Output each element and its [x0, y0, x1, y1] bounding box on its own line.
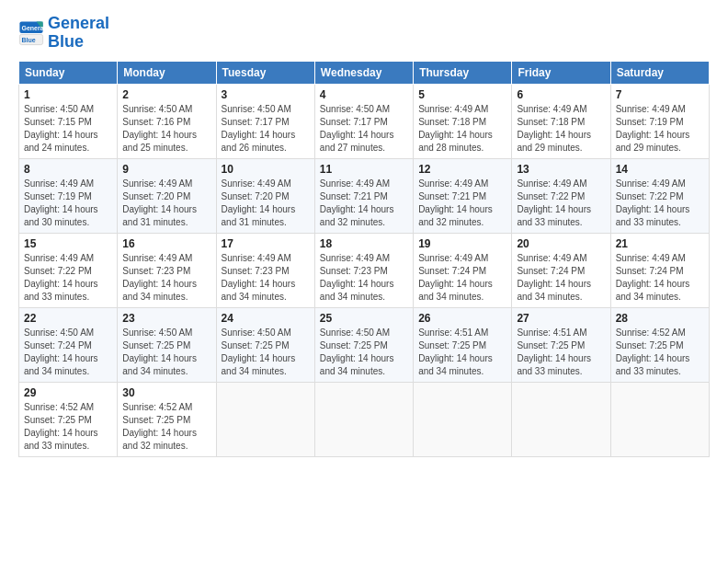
day-info: Sunrise: 4:50 AMSunset: 7:17 PMDaylight:… [222, 103, 310, 155]
day-info: Sunrise: 4:50 AMSunset: 7:25 PMDaylight:… [320, 327, 408, 378]
week-row-1: 1Sunrise: 4:50 AMSunset: 7:15 PMDaylight… [19, 84, 710, 158]
day-number: 19 [418, 237, 506, 250]
day-number: 20 [517, 237, 605, 250]
week-row-3: 15Sunrise: 4:49 AMSunset: 7:22 PMDayligh… [19, 233, 710, 307]
day-cell: 8Sunrise: 4:49 AMSunset: 7:19 PMDaylight… [19, 158, 118, 233]
calendar-table: SundayMondayTuesdayWednesdayThursdayFrid… [18, 61, 710, 457]
weekday-saturday: Saturday [610, 61, 709, 84]
day-cell: 16Sunrise: 4:49 AMSunset: 7:23 PMDayligh… [118, 233, 216, 307]
day-cell: 28Sunrise: 4:52 AMSunset: 7:25 PMDayligh… [610, 307, 709, 382]
day-info: Sunrise: 4:49 AMSunset: 7:18 PMDaylight:… [418, 103, 506, 155]
day-cell: 5Sunrise: 4:49 AMSunset: 7:18 PMDaylight… [414, 84, 512, 158]
day-number: 30 [122, 386, 210, 399]
day-number: 2 [122, 88, 210, 101]
day-cell: 29Sunrise: 4:52 AMSunset: 7:25 PMDayligh… [19, 382, 118, 456]
day-number: 18 [320, 237, 408, 250]
header: General Blue General Blue [18, 15, 710, 52]
day-info: Sunrise: 4:51 AMSunset: 7:25 PMDaylight:… [418, 327, 506, 378]
day-number: 26 [418, 312, 506, 325]
day-number: 29 [24, 386, 112, 399]
day-number: 27 [517, 312, 605, 325]
day-cell: 6Sunrise: 4:49 AMSunset: 7:18 PMDaylight… [512, 84, 610, 158]
day-cell: 14Sunrise: 4:49 AMSunset: 7:22 PMDayligh… [610, 158, 709, 233]
weekday-thursday: Thursday [414, 61, 512, 84]
day-info: Sunrise: 4:49 AMSunset: 7:20 PMDaylight:… [222, 178, 310, 229]
day-number: 7 [616, 88, 704, 101]
day-cell: 26Sunrise: 4:51 AMSunset: 7:25 PMDayligh… [414, 307, 512, 382]
day-number: 22 [24, 312, 112, 325]
day-number: 23 [122, 312, 210, 325]
day-cell: 18Sunrise: 4:49 AMSunset: 7:23 PMDayligh… [314, 233, 413, 307]
day-cell [414, 382, 512, 456]
day-cell: 25Sunrise: 4:50 AMSunset: 7:25 PMDayligh… [314, 307, 413, 382]
day-info: Sunrise: 4:49 AMSunset: 7:21 PMDaylight:… [418, 178, 506, 229]
day-number: 1 [24, 88, 112, 101]
day-info: Sunrise: 4:49 AMSunset: 7:23 PMDaylight:… [122, 252, 210, 304]
day-number: 3 [222, 88, 310, 101]
day-cell: 17Sunrise: 4:49 AMSunset: 7:23 PMDayligh… [216, 233, 314, 307]
day-info: Sunrise: 4:49 AMSunset: 7:22 PMDaylight:… [616, 178, 704, 229]
day-number: 15 [24, 237, 112, 250]
day-cell: 23Sunrise: 4:50 AMSunset: 7:25 PMDayligh… [118, 307, 216, 382]
day-cell: 15Sunrise: 4:49 AMSunset: 7:22 PMDayligh… [19, 233, 118, 307]
svg-text:Blue: Blue [22, 37, 36, 43]
day-info: Sunrise: 4:50 AMSunset: 7:25 PMDaylight:… [222, 327, 310, 378]
day-number: 28 [616, 312, 704, 325]
day-cell: 30Sunrise: 4:52 AMSunset: 7:25 PMDayligh… [118, 382, 216, 456]
weekday-monday: Monday [118, 61, 216, 84]
day-number: 24 [222, 312, 310, 325]
day-cell: 20Sunrise: 4:49 AMSunset: 7:24 PMDayligh… [512, 233, 610, 307]
day-info: Sunrise: 4:49 AMSunset: 7:23 PMDaylight:… [320, 252, 408, 304]
day-cell: 27Sunrise: 4:51 AMSunset: 7:25 PMDayligh… [512, 307, 610, 382]
day-info: Sunrise: 4:50 AMSunset: 7:17 PMDaylight:… [320, 103, 408, 155]
day-cell: 7Sunrise: 4:49 AMSunset: 7:19 PMDaylight… [610, 84, 709, 158]
day-number: 9 [122, 163, 210, 176]
week-row-2: 8Sunrise: 4:49 AMSunset: 7:19 PMDaylight… [19, 158, 710, 233]
day-info: Sunrise: 4:49 AMSunset: 7:24 PMDaylight:… [418, 252, 506, 304]
day-number: 4 [320, 88, 408, 101]
day-number: 21 [616, 237, 704, 250]
day-info: Sunrise: 4:52 AMSunset: 7:25 PMDaylight:… [122, 401, 210, 453]
day-info: Sunrise: 4:52 AMSunset: 7:25 PMDaylight:… [24, 401, 112, 453]
day-number: 25 [320, 312, 408, 325]
day-cell: 3Sunrise: 4:50 AMSunset: 7:17 PMDaylight… [216, 84, 314, 158]
day-number: 8 [24, 163, 112, 176]
day-info: Sunrise: 4:49 AMSunset: 7:22 PMDaylight:… [24, 252, 112, 304]
day-cell: 22Sunrise: 4:50 AMSunset: 7:24 PMDayligh… [19, 307, 118, 382]
day-info: Sunrise: 4:49 AMSunset: 7:23 PMDaylight:… [222, 252, 310, 304]
week-row-4: 22Sunrise: 4:50 AMSunset: 7:24 PMDayligh… [19, 307, 710, 382]
day-number: 13 [517, 163, 605, 176]
day-number: 6 [517, 88, 605, 101]
day-info: Sunrise: 4:49 AMSunset: 7:19 PMDaylight:… [24, 178, 112, 229]
day-number: 14 [616, 163, 704, 176]
day-cell: 2Sunrise: 4:50 AMSunset: 7:16 PMDaylight… [118, 84, 216, 158]
day-cell: 19Sunrise: 4:49 AMSunset: 7:24 PMDayligh… [414, 233, 512, 307]
day-number: 11 [320, 163, 408, 176]
day-cell: 10Sunrise: 4:49 AMSunset: 7:20 PMDayligh… [216, 158, 314, 233]
day-cell [610, 382, 709, 456]
day-number: 16 [122, 237, 210, 250]
day-cell [216, 382, 314, 456]
day-cell [512, 382, 610, 456]
weekday-header-row: SundayMondayTuesdayWednesdayThursdayFrid… [19, 61, 710, 84]
week-row-5: 29Sunrise: 4:52 AMSunset: 7:25 PMDayligh… [19, 382, 710, 456]
day-cell: 13Sunrise: 4:49 AMSunset: 7:22 PMDayligh… [512, 158, 610, 233]
day-number: 12 [418, 163, 506, 176]
day-number: 5 [418, 88, 506, 101]
calendar-body: 1Sunrise: 4:50 AMSunset: 7:15 PMDaylight… [19, 84, 710, 456]
weekday-sunday: Sunday [19, 61, 118, 84]
day-cell: 9Sunrise: 4:49 AMSunset: 7:20 PMDaylight… [118, 158, 216, 233]
svg-text:General: General [22, 24, 45, 30]
day-number: 17 [222, 237, 310, 250]
day-cell: 11Sunrise: 4:49 AMSunset: 7:21 PMDayligh… [314, 158, 413, 233]
day-cell: 21Sunrise: 4:49 AMSunset: 7:24 PMDayligh… [610, 233, 709, 307]
day-cell: 4Sunrise: 4:50 AMSunset: 7:17 PMDaylight… [314, 84, 413, 158]
day-info: Sunrise: 4:49 AMSunset: 7:19 PMDaylight:… [616, 103, 704, 155]
day-cell [314, 382, 413, 456]
day-cell: 24Sunrise: 4:50 AMSunset: 7:25 PMDayligh… [216, 307, 314, 382]
weekday-tuesday: Tuesday [216, 61, 314, 84]
day-info: Sunrise: 4:49 AMSunset: 7:18 PMDaylight:… [517, 103, 605, 155]
logo: General Blue General Blue [18, 15, 109, 52]
day-info: Sunrise: 4:49 AMSunset: 7:24 PMDaylight:… [517, 252, 605, 304]
day-number: 10 [222, 163, 310, 176]
